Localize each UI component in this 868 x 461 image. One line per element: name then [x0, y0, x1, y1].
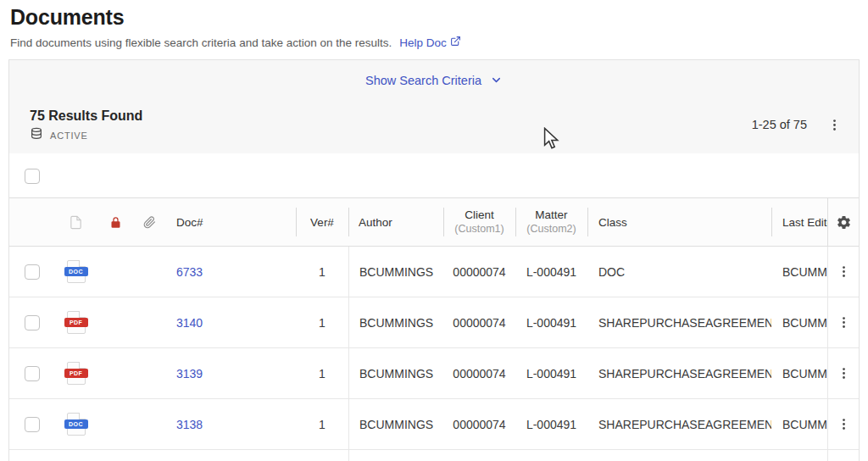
row-checkbox[interactable] — [25, 264, 40, 280]
column-header-class[interactable]: Class — [587, 198, 771, 246]
column-header-version[interactable]: Ver# — [296, 198, 348, 246]
last-edited-value: BCUMM — [782, 265, 827, 279]
results-actions-menu[interactable] — [827, 118, 842, 132]
table-row-partial — [9, 450, 859, 461]
kebab-icon — [827, 122, 842, 135]
results-controls: 1-25 of 75 — [752, 101, 842, 153]
chevron-down-icon — [490, 72, 503, 89]
external-link-icon — [450, 36, 461, 49]
row-lock-cell — [98, 247, 132, 297]
version-value: 1 — [319, 418, 326, 431]
class-value: DOC — [598, 265, 625, 279]
page-header: Documents Find documents using flexible … — [10, 5, 461, 49]
client-value: 00000074 — [453, 316, 505, 330]
last-edited-value: BCUMM — [782, 418, 827, 431]
version-value: 1 — [319, 316, 326, 330]
column-header-client-labels: Client (Custom1) — [454, 208, 504, 236]
matter-value: L-000491 — [526, 316, 576, 330]
column-settings-button[interactable] — [836, 214, 852, 230]
file-type-badge: PDF — [64, 369, 88, 378]
documents-screen: Documents Find documents using flexible … — [0, 0, 868, 461]
results-summary: 75 Results Found ACTIVE — [30, 101, 142, 153]
row-checkbox[interactable] — [25, 366, 40, 381]
version-value: 1 — [319, 265, 326, 279]
results-header: 75 Results Found ACTIVE 1-25 of 75 — [9, 101, 859, 153]
author-value: BCUMMINGS — [359, 418, 433, 431]
client-value: 00000074 — [453, 418, 505, 431]
client-value: 00000074 — [453, 367, 505, 380]
table-row: DOC 3138 1 BCUMMINGS 00000074 L-000491 S… — [9, 399, 859, 450]
column-header-matter[interactable]: Matter (Custom2) — [515, 198, 587, 246]
header-checkbox-column — [9, 198, 53, 246]
row-attachment-cell — [132, 348, 166, 398]
table-row: PDF 3140 1 BCUMMINGS 00000074 L-000491 S… — [9, 297, 859, 348]
column-header-client-label: Client — [465, 208, 494, 223]
author-value: BCUMMINGS — [359, 316, 433, 330]
database-label: ACTIVE — [50, 131, 88, 141]
column-header-class-label: Class — [598, 216, 627, 229]
author-value: BCUMMINGS — [359, 367, 433, 380]
row-actions-menu[interactable] — [837, 315, 851, 330]
kebab-icon — [837, 319, 851, 332]
doc-number-link[interactable]: 3138 — [176, 418, 203, 431]
last-edited-value: BCUMM — [782, 316, 827, 330]
row-checkbox[interactable] — [25, 417, 40, 432]
matter-value: L-000491 — [526, 418, 576, 431]
table-header: Doc# Ver# Author Client (Custom1) Matter… — [9, 197, 859, 247]
doc-number-link[interactable]: 3139 — [176, 367, 203, 380]
column-header-matter-labels: Matter (Custom2) — [526, 208, 576, 236]
column-header-matter-sublabel: (Custom2) — [526, 223, 576, 236]
row-actions-menu[interactable] — [837, 417, 851, 431]
row-attachment-cell — [132, 399, 166, 449]
help-doc-link-label: Help Doc — [399, 36, 447, 49]
page-title: Documents — [10, 5, 461, 30]
column-header-author[interactable]: Author — [348, 198, 443, 246]
file-type-badge: DOC — [64, 267, 88, 276]
doc-number-link[interactable]: 6733 — [176, 265, 203, 279]
column-header-client-sublabel: (Custom1) — [454, 223, 504, 236]
table-row: PDF 3139 1 BCUMMINGS 00000074 L-000491 S… — [9, 348, 859, 399]
table-row: DOC 6733 1 BCUMMINGS 00000074 L-000491 D… — [9, 247, 859, 297]
file-type-badge: DOC — [64, 419, 88, 429]
pagination-label: 1-25 of 75 — [752, 118, 807, 131]
column-settings — [827, 198, 859, 246]
page-subtitle-text: Find documents using flexible search cri… — [10, 36, 392, 49]
row-lock-cell — [98, 297, 132, 347]
matter-value: L-000491 — [526, 367, 576, 380]
page-subtitle: Find documents using flexible search cri… — [10, 36, 461, 49]
document-icon — [53, 198, 98, 246]
kebab-icon — [837, 421, 851, 434]
lock-icon — [98, 198, 132, 246]
results-count: 75 Results Found — [30, 108, 142, 124]
doc-file-icon: DOC — [67, 413, 86, 436]
column-header-last-edited-label: Last Edite — [782, 216, 827, 229]
gear-icon — [836, 220, 852, 233]
row-checkbox[interactable] — [25, 315, 40, 330]
show-search-criteria-label: Show Search Criteria — [365, 74, 481, 87]
class-value: SHAREPURCHASEAGREEMENT — [598, 316, 771, 330]
matter-value: L-000491 — [526, 265, 576, 279]
pdf-file-icon: PDF — [67, 311, 86, 334]
column-header-doc-number[interactable]: Doc# — [166, 198, 296, 246]
column-header-doc-number-label: Doc# — [176, 216, 203, 229]
class-value: SHAREPURCHASEAGREEMENT — [598, 367, 771, 380]
column-header-client[interactable]: Client (Custom1) — [443, 198, 515, 246]
column-header-matter-label: Matter — [535, 208, 567, 223]
doc-number-link[interactable]: 3140 — [176, 316, 203, 330]
client-value: 00000074 — [453, 265, 505, 279]
database-icon — [30, 127, 43, 144]
show-search-criteria-button[interactable]: Show Search Criteria — [365, 72, 503, 89]
column-header-last-edited[interactable]: Last Edite — [771, 198, 827, 246]
last-edited-value: BCUMM — [782, 367, 827, 380]
help-doc-link[interactable]: Help Doc — [399, 36, 461, 49]
kebab-icon — [837, 269, 851, 281]
database-source: ACTIVE — [30, 127, 142, 144]
kebab-icon — [837, 370, 851, 383]
row-actions-menu[interactable] — [837, 366, 851, 380]
select-all-checkbox[interactable] — [25, 169, 40, 184]
row-actions-menu[interactable] — [837, 264, 851, 279]
search-criteria-bar: Show Search Criteria — [9, 60, 859, 101]
column-header-author-label: Author — [359, 216, 392, 229]
author-value: BCUMMINGS — [359, 265, 433, 279]
pdf-file-icon: PDF — [67, 362, 86, 385]
